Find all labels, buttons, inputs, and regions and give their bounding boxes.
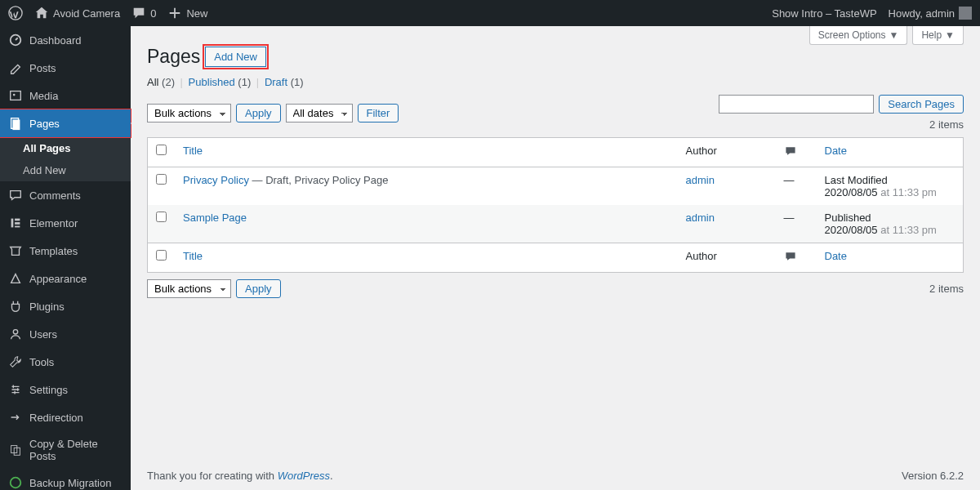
col-author: Author <box>678 243 776 273</box>
sidebar-item-label: Templates <box>29 245 78 257</box>
row-date-value: 2020/08/05 <box>825 224 878 236</box>
dates-select[interactable]: All dates <box>286 104 353 122</box>
svg-rect-9 <box>15 226 20 228</box>
sidebar-item-elementor[interactable]: Elementor <box>0 209 131 237</box>
filter-draft[interactable]: Draft <box>265 76 287 88</box>
svg-rect-2 <box>11 91 21 100</box>
sidebar-item-appearance[interactable]: Appearance <box>0 265 131 292</box>
avatar <box>959 7 972 20</box>
search-input[interactable] <box>719 95 874 114</box>
filter-published[interactable]: Published <box>189 76 235 88</box>
sidebar-item-label: Elementor <box>29 217 78 229</box>
sidebar-item-media[interactable]: Media <box>0 82 131 109</box>
sidebar-item-label: Dashboard <box>29 34 82 47</box>
comment-icon <box>784 250 797 263</box>
sidebar-item-label: Users <box>29 328 57 341</box>
search-button[interactable]: Search Pages <box>879 95 964 114</box>
row-comments: — <box>776 205 817 243</box>
row-checkbox[interactable] <box>156 212 167 222</box>
row-checkbox[interactable] <box>156 174 167 185</box>
sidebar-item-plugins[interactable]: Plugins <box>0 292 131 320</box>
sidebar-submenu-add-new[interactable]: Add New <box>0 159 131 181</box>
sidebar-item-label: Pages <box>29 118 60 130</box>
row-title-link[interactable]: Sample Page <box>183 212 247 224</box>
svg-rect-7 <box>15 219 20 221</box>
help-toggle[interactable]: Help ▼ <box>912 26 964 45</box>
new-label: New <box>186 7 207 20</box>
row-author-link[interactable]: admin <box>686 174 715 186</box>
site-name-label: Avoid Camera <box>53 7 120 20</box>
row-date-status: Published <box>825 212 871 224</box>
howdy-account[interactable]: Howdy, admin <box>889 7 972 20</box>
sidebar-item-settings[interactable]: Settings <box>0 376 131 403</box>
show-intro[interactable]: Show Intro – TasteWP <box>772 7 876 20</box>
comments-link[interactable]: 0 <box>131 6 156 20</box>
sidebar-item-backup[interactable]: Backup Migration <box>0 469 131 490</box>
sidebar-item-tools[interactable]: Tools <box>0 348 131 376</box>
row-date-time: at 11:33 pm <box>878 224 937 236</box>
items-count-bottom: 2 items <box>929 283 964 295</box>
sidebar-item-label: Backup Migration <box>29 477 111 489</box>
svg-point-10 <box>13 330 17 334</box>
comments-count: 0 <box>150 7 156 20</box>
sidebar-item-label: Plugins <box>29 301 65 313</box>
sidebar-item-redirection[interactable]: Redirection <box>0 403 131 431</box>
row-author-link[interactable]: admin <box>686 212 715 224</box>
screen-options-toggle[interactable]: Screen Options ▼ <box>809 26 908 45</box>
row-date-value: 2020/08/05 <box>825 186 878 198</box>
sidebar-submenu-all-pages[interactable]: All Pages <box>0 137 131 159</box>
col-date[interactable]: Date <box>825 250 847 262</box>
sidebar-item-label: Tools <box>29 356 54 368</box>
filter-links: All (2) | Published (1) | Draft (1) <box>147 76 964 88</box>
svg-rect-6 <box>11 219 14 228</box>
filter-all[interactable]: All <box>147 76 158 88</box>
select-all-checkbox-bottom[interactable] <box>156 250 167 261</box>
filter-button[interactable]: Filter <box>358 104 399 122</box>
wp-logo[interactable] <box>8 6 23 20</box>
col-author: Author <box>678 138 776 167</box>
svg-rect-8 <box>15 222 20 225</box>
sidebar-item-label: Appearance <box>29 273 87 285</box>
sidebar-item-label: Copy & Delete Posts <box>29 438 122 462</box>
sidebar-item-pages[interactable]: Pages <box>0 109 131 137</box>
select-all-checkbox[interactable] <box>156 145 167 155</box>
apply-button-bottom[interactable]: Apply <box>236 279 281 298</box>
sidebar-item-templates[interactable]: Templates <box>0 237 131 265</box>
wordpress-link[interactable]: WordPress <box>278 470 330 482</box>
sidebar-item-label: Settings <box>29 384 68 396</box>
sidebar-item-comments[interactable]: Comments <box>0 181 131 209</box>
comment-icon <box>784 145 797 158</box>
svg-rect-5 <box>12 120 20 131</box>
site-name[interactable]: Avoid Camera <box>34 6 120 20</box>
sidebar-item-copy-delete[interactable]: Copy & Delete Posts <box>0 431 131 469</box>
bulk-actions-select[interactable]: Bulk actions <box>147 104 231 122</box>
items-count: 2 items <box>929 118 964 131</box>
footer-version: Version 6.2.2 <box>902 470 964 482</box>
table-row: Sample Page admin — Published2020/08/05 … <box>148 205 964 243</box>
sidebar-item-label: Redirection <box>29 412 83 424</box>
col-title[interactable]: Title <box>183 250 203 262</box>
howdy-label: Howdy, admin <box>889 7 955 20</box>
new-content[interactable]: New <box>167 6 207 20</box>
svg-point-13 <box>11 478 21 488</box>
sidebar-item-label: Comments <box>29 189 81 202</box>
apply-button[interactable]: Apply <box>236 104 281 122</box>
sidebar-item-posts[interactable]: Posts <box>0 54 131 82</box>
sidebar-item-label: Posts <box>29 62 56 74</box>
bulk-actions-select-bottom[interactable]: Bulk actions <box>147 279 231 298</box>
col-title[interactable]: Title <box>183 145 203 157</box>
table-row: Privacy Policy — Draft, Privacy Policy P… <box>148 167 964 206</box>
svg-point-3 <box>13 94 16 96</box>
row-title-link[interactable]: Privacy Policy <box>183 174 249 186</box>
sidebar-item-dashboard[interactable]: Dashboard <box>0 26 131 54</box>
row-date-status: Last Modified <box>825 174 888 186</box>
footer-thanks: Thank you for creating with WordPress. <box>147 470 333 482</box>
page-title: Pages <box>147 46 200 68</box>
sidebar-item-users[interactable]: Users <box>0 320 131 348</box>
add-new-button[interactable]: Add New <box>205 47 266 67</box>
sidebar-item-label: Media <box>29 90 58 102</box>
row-date-time: at 11:33 pm <box>878 186 937 198</box>
col-date[interactable]: Date <box>825 145 847 157</box>
row-comments: — <box>776 167 817 206</box>
row-state: — Draft, Privacy Policy Page <box>249 174 389 186</box>
